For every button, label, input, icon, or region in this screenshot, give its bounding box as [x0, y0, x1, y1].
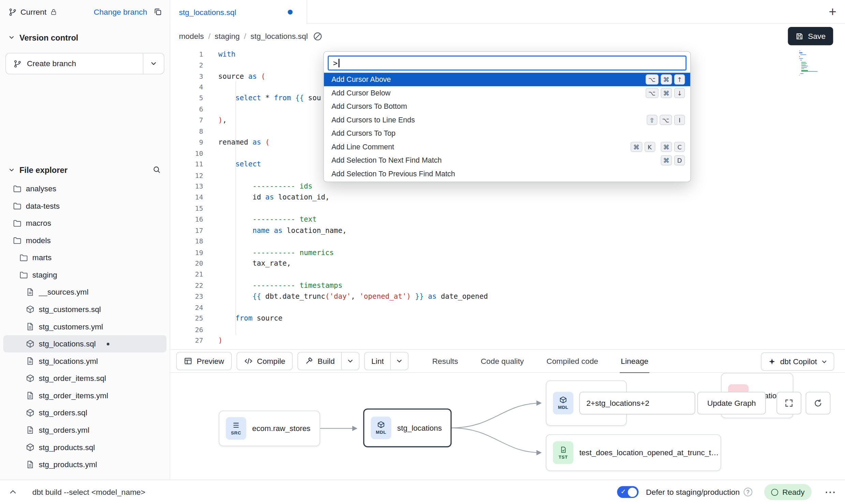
editor-line[interactable]: 19 ---------- numerics — [170, 247, 845, 258]
command-item-label: Add Cursor Below — [331, 89, 390, 97]
file-item-label: stg_order_items.yml — [39, 391, 108, 400]
chevron-down-icon — [821, 359, 827, 365]
file-icon — [26, 322, 34, 331]
editor-line[interactable]: 16 ---------- text — [170, 214, 845, 225]
new-tab-button[interactable]: + — [829, 0, 836, 24]
folder-icon — [19, 253, 28, 262]
save-button[interactable]: Save — [788, 27, 833, 45]
editor-line[interactable]: 15 — [170, 203, 845, 213]
overflow-menu-icon[interactable]: ⋯ — [825, 486, 836, 499]
file-item[interactable]: stg_products.sql — [3, 439, 166, 456]
file-item[interactable]: models — [3, 232, 166, 249]
command-item[interactable]: Add Cursor Below⌥⌘↓ — [324, 86, 691, 100]
command-item[interactable]: Add Cursors To Bottom — [324, 100, 691, 113]
file-item[interactable]: stg_orders.yml — [3, 421, 166, 439]
current-branch[interactable]: Current — [9, 8, 57, 16]
create-branch-dropdown[interactable] — [143, 53, 164, 74]
minimap[interactable] — [799, 51, 821, 76]
editor-line[interactable]: 26 — [170, 324, 845, 335]
file-explorer-header[interactable]: File explorer — [0, 163, 170, 177]
file-item[interactable]: stg_locations.sql — [3, 335, 166, 353]
command-item[interactable]: Add Selection To Next Find Match⌘D — [324, 153, 691, 167]
file-item[interactable]: __sources.yml — [3, 283, 166, 301]
bottom-toolbar: Preview Compile Build Lint — [170, 349, 845, 373]
tab-code-quality[interactable]: Code quality — [480, 350, 525, 374]
lineage-node-stg-locations[interactable]: MDL stg_locations — [363, 409, 451, 447]
command-item[interactable]: Add Selection To Previous Find Match — [324, 167, 691, 181]
editor-line[interactable]: 27) — [170, 335, 845, 346]
file-item[interactable]: data-tests — [3, 197, 166, 214]
tab-lineage[interactable]: Lineage — [620, 350, 649, 374]
line-content: ---------- ids — [218, 182, 312, 190]
lineage-canvas[interactable]: MDL locations locatio SRC ecom.raw_store… — [170, 373, 845, 480]
build-dropdown[interactable] — [342, 353, 359, 370]
editor-tab[interactable]: stg_locations.sql — [170, 0, 307, 24]
tab-compiled-code[interactable]: Compiled code — [545, 350, 599, 374]
file-item[interactable]: stg_customers.yml — [3, 318, 166, 335]
command-item[interactable]: Add Line Comment⌘K⌘C — [324, 140, 691, 154]
editor-line[interactable]: 23 {{ dbt.date_trunc('day', 'opened_at')… — [170, 291, 845, 302]
version-control-header[interactable]: Version control — [0, 30, 170, 44]
line-number: 2 — [170, 61, 203, 69]
preview-button[interactable]: Preview — [176, 352, 232, 370]
model-icon — [26, 305, 34, 313]
version-control-title: Version control — [19, 33, 78, 42]
indent-guide — [236, 81, 236, 335]
shortcut-key: ↓ — [674, 88, 685, 98]
file-item[interactable]: stg_locations.yml — [3, 353, 166, 370]
change-branch-link[interactable]: Change branch — [94, 8, 147, 16]
file-item[interactable]: stg_order_items.sql — [3, 370, 166, 387]
lint-button[interactable]: Lint — [365, 353, 391, 370]
editor-line[interactable]: 17 name as location_name, — [170, 225, 845, 236]
update-graph-button[interactable]: Update Graph — [697, 392, 766, 414]
editor-line[interactable]: 22 ---------- timestamps — [170, 280, 845, 291]
search-icon[interactable] — [152, 165, 161, 174]
lineage-node-source[interactable]: SRC ecom.raw_stores — [219, 411, 320, 446]
folder-icon — [13, 219, 21, 227]
editor-line[interactable]: 20 tax_rate, — [170, 258, 845, 269]
copy-icon[interactable] — [153, 8, 162, 16]
refresh-button[interactable] — [806, 392, 831, 414]
modified-dot — [106, 342, 109, 345]
create-branch-button[interactable]: Create branch — [6, 53, 143, 74]
dbt-copilot-button[interactable]: dbt Copilot — [761, 353, 834, 371]
model-icon — [26, 340, 34, 348]
command-list: Add Cursor Above⌥⌘↑Add Cursor Below⌥⌘↓Ad… — [324, 73, 691, 180]
help-icon[interactable]: ? — [743, 488, 752, 496]
editor-line[interactable]: 24 — [170, 302, 845, 313]
editor-line[interactable]: 18 — [170, 236, 845, 247]
table-icon — [184, 357, 192, 365]
lint-dropdown[interactable] — [391, 353, 408, 370]
command-input[interactable]: > — [328, 56, 687, 71]
file-item[interactable]: macros — [3, 214, 166, 232]
lineage-selector-input[interactable] — [579, 392, 695, 414]
command-item[interactable]: Add Cursor Above⌥⌘↑ — [324, 73, 691, 86]
file-item[interactable]: stg_customers.sql — [3, 301, 166, 318]
branch-topbar: Current Change branch — [0, 0, 170, 24]
file-item[interactable]: staging — [3, 266, 166, 284]
shortcut-keys: ⇧⌥I — [647, 115, 685, 125]
lineage-node-test[interactable]: TST test_does_location_opened_at_trunc_t… — [546, 434, 721, 471]
command-item[interactable]: Add Cursors To Top — [324, 127, 691, 140]
file-item-label: stg_orders.yml — [39, 426, 89, 434]
editor-line[interactable]: 21 — [170, 269, 845, 280]
file-item[interactable]: analyses — [3, 180, 166, 197]
editor-line[interactable]: 13 ---------- ids — [170, 181, 845, 192]
file-item[interactable]: marts — [3, 249, 166, 266]
command-item[interactable]: Add Cursors to Line Ends⇧⌥I — [324, 113, 691, 127]
ready-ring-icon — [771, 489, 778, 496]
editor-line[interactable]: 14 id as location_id, — [170, 192, 845, 203]
build-button[interactable]: Build — [298, 353, 342, 370]
defer-toggle[interactable]: ✓ — [617, 486, 638, 498]
chevron-up-icon[interactable] — [9, 488, 17, 496]
docs-icon[interactable] — [313, 31, 323, 41]
file-item[interactable]: stg_order_items.yml — [3, 387, 166, 404]
file-item[interactable]: stg_products.yml — [3, 456, 166, 473]
fullscreen-button[interactable] — [776, 392, 801, 414]
compile-button[interactable]: Compile — [237, 352, 293, 370]
tab-results[interactable]: Results — [431, 350, 459, 374]
file-explorer-title: File explorer — [19, 165, 68, 174]
file-item[interactable]: stg_orders.sql — [3, 404, 166, 421]
file-item-label: staging — [32, 270, 57, 279]
editor-line[interactable]: 25 from source — [170, 313, 845, 324]
